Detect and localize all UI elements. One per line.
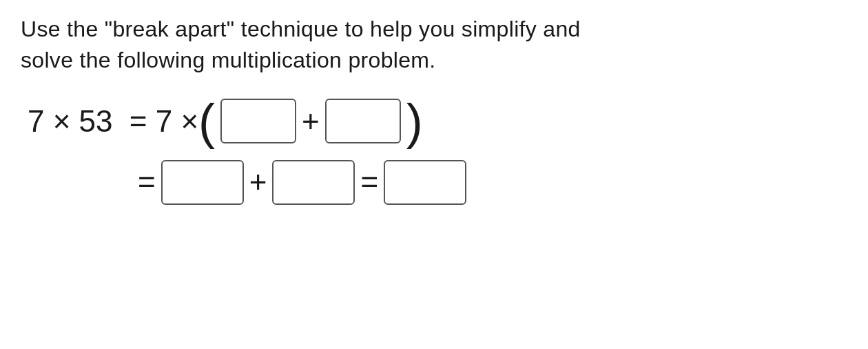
input-box-2[interactable] (325, 99, 401, 143)
plus-sign-2: + (249, 165, 267, 199)
input-box-4[interactable] (272, 160, 355, 205)
equals-sign-3: = (360, 165, 378, 199)
open-paren: ( (198, 97, 215, 146)
equals-sign-2: = (138, 165, 156, 199)
plus-sign-1: + (302, 104, 320, 139)
input-box-5[interactable] (384, 160, 466, 205)
equation-row1: 7 × 53 = 7 × ( + ) (28, 97, 847, 146)
instruction-line2: solve the following multiplication probl… (21, 48, 436, 72)
input-box-3[interactable] (161, 160, 244, 205)
instruction-line1: Use the "break apart" technique to help … (21, 17, 581, 41)
equals-times-open: = 7 × (121, 104, 199, 139)
lhs-expression: 7 × 53 (28, 104, 113, 139)
instructions: Use the "break apart" technique to help … (21, 14, 847, 76)
input-box-1[interactable] (220, 99, 296, 143)
close-paren: ) (406, 97, 423, 146)
equation-row2: = + = (138, 160, 847, 205)
page-container: Use the "break apart" technique to help … (0, 0, 868, 349)
math-area: 7 × 53 = 7 × ( + ) = + = (28, 97, 847, 205)
